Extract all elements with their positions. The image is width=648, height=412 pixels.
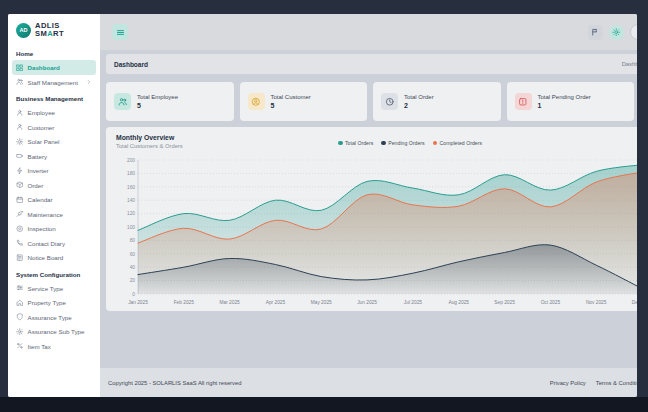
sidebar-item-calendar[interactable]: Calendar (12, 192, 96, 207)
monthly-overview-card: Monthly Overview Total Customers & Order… (106, 127, 637, 311)
stat-card-total-order: Total Order 2 (373, 82, 501, 121)
svg-text:180: 180 (127, 171, 135, 176)
battery-icon (16, 152, 24, 160)
box-alert-icon (518, 97, 528, 107)
language-button[interactable] (588, 25, 603, 40)
user-circle-icon (251, 97, 261, 107)
svg-text:60: 60 (130, 251, 136, 256)
sidebar-item-contact-diary[interactable]: Contact Diary (12, 236, 96, 251)
sidebar-item-label: Dashboard (28, 64, 60, 71)
sidebar-item-inverter[interactable]: Inverter (12, 163, 96, 178)
stat-card-total-employee: Total Employee 5 (106, 82, 234, 121)
sidebar-item-label: Property Type (28, 299, 66, 306)
stat-texts: Total Pending Order 1 (538, 94, 591, 109)
stat-card-total-customer: Total Customer 5 (240, 82, 368, 121)
page-title: Dashboard (114, 61, 148, 68)
gear-icon (612, 28, 621, 37)
svg-text:Sep 2025: Sep 2025 (494, 300, 515, 305)
sidebar-item-property-type[interactable]: Property Type (12, 295, 96, 310)
sidebar-section-label: System Configuration (8, 265, 100, 281)
stat-icon (515, 93, 532, 110)
stat-icon (381, 93, 398, 110)
svg-text:May 2025: May 2025 (311, 300, 332, 305)
svg-text:160: 160 (127, 184, 135, 189)
percent-icon (16, 342, 24, 350)
sidebar-item-solar-panel[interactable]: Solar Panel (12, 134, 96, 149)
users-icon (16, 78, 24, 86)
svg-text:140: 140 (127, 197, 135, 202)
sidebar-item-staff-management[interactable]: Staff Management (12, 75, 96, 90)
chart-legend: Total OrdersPending OrdersCompleted Orde… (106, 140, 637, 146)
breadcrumb-current[interactable]: Dashboard (622, 61, 637, 67)
footer-link-terms-conditions[interactable]: Terms & Conditions (596, 380, 637, 386)
svg-text:100: 100 (127, 224, 135, 229)
legend-item-pending-orders[interactable]: Pending Orders (381, 140, 424, 146)
shield-icon (16, 313, 24, 321)
user-avatar[interactable] (630, 24, 637, 40)
stat-label: Total Order (404, 94, 434, 100)
main-area: Dashboard Dashboard Total Employee 5 Tot… (100, 14, 637, 397)
sidebar-item-maintenance[interactable]: Maintenance (12, 207, 96, 222)
svg-text:Feb 2025: Feb 2025 (174, 300, 195, 305)
svg-text:80: 80 (130, 238, 136, 243)
sun-icon (16, 138, 24, 146)
user-icon (16, 123, 24, 131)
sidebar-item-customer[interactable]: Customer (12, 120, 96, 135)
sidebar-item-order[interactable]: Order (12, 178, 96, 193)
sidebar-item-notice-board[interactable]: Notice Board (12, 250, 96, 265)
sidebar-item-service-type[interactable]: Service Type (12, 281, 96, 296)
phone-icon (16, 239, 24, 247)
content-spacer (100, 311, 637, 369)
svg-text:40: 40 (130, 264, 136, 269)
stat-label: Total Customer (271, 94, 311, 100)
stat-label: Total Employee (137, 94, 178, 100)
svg-text:20: 20 (130, 278, 136, 283)
svg-text:120: 120 (127, 211, 135, 216)
sidebar-item-assurance-type[interactable]: Assurance Type (12, 310, 96, 325)
sidebar-item-label: Inspection (28, 225, 56, 232)
sidebar-item-label: Assurance Type (28, 314, 72, 321)
sidebar-item-employee[interactable]: Employee (12, 105, 96, 120)
sidebar-section-label: Home (8, 44, 100, 60)
sidebar-item-label: Customer (28, 124, 55, 131)
sidebar: AD ADLIS SMART HomeDashboardStaff Manage… (8, 14, 100, 397)
sidebar-item-item-tax[interactable]: Item Tax (12, 339, 96, 354)
svg-text:Dec 2025: Dec 2025 (632, 300, 637, 305)
settings-button[interactable] (609, 25, 624, 40)
footer: Copyright 2025 - SOLARLIS SaaS All right… (100, 368, 637, 397)
stat-icon (248, 93, 265, 110)
sidebar-item-dashboard[interactable]: Dashboard (12, 60, 96, 75)
topbar (100, 14, 637, 50)
stat-value: 2 (404, 102, 434, 109)
legend-dot-icon (338, 141, 343, 146)
sidebar-item-label: Employee (28, 109, 56, 116)
stat-value: 5 (137, 102, 178, 109)
target-icon (16, 225, 24, 233)
sidebar-item-label: Order (28, 182, 44, 189)
sidebar-item-battery[interactable]: Battery (12, 149, 96, 164)
copyright-text: Copyright 2025 - SOLARLIS SaaS All right… (108, 380, 241, 386)
legend-item-total-orders[interactable]: Total Orders (338, 140, 373, 146)
menu-toggle-button[interactable] (112, 24, 128, 40)
clock-icon (385, 97, 395, 107)
zap-icon (16, 167, 24, 175)
footer-link-privacy-policy[interactable]: Privacy Policy (550, 380, 586, 386)
brand-logo[interactable]: AD ADLIS SMART (8, 14, 100, 44)
hamburger-icon (116, 28, 125, 37)
wrench-icon (16, 210, 24, 218)
svg-text:Apr 2025: Apr 2025 (266, 300, 286, 305)
sidebar-item-inspection[interactable]: Inspection (12, 221, 96, 236)
sidebar-item-label: Service Type (28, 285, 64, 292)
sliders-icon (16, 284, 24, 292)
sidebar-item-label: Inverter (28, 167, 49, 174)
svg-text:Jun 2025: Jun 2025 (357, 300, 377, 305)
sidebar-item-assurance-sub-type[interactable]: Assurance Sub Type (12, 324, 96, 339)
users-icon (118, 97, 128, 107)
app-window: AD ADLIS SMART HomeDashboardStaff Manage… (8, 14, 637, 397)
sidebar-item-label: Item Tax (28, 343, 51, 350)
svg-text:0: 0 (132, 291, 135, 296)
stat-texts: Total Customer 5 (271, 94, 311, 109)
user-icon (16, 109, 24, 117)
legend-item-completed-orders[interactable]: Completed Orders (433, 140, 482, 146)
box-icon (16, 181, 24, 189)
